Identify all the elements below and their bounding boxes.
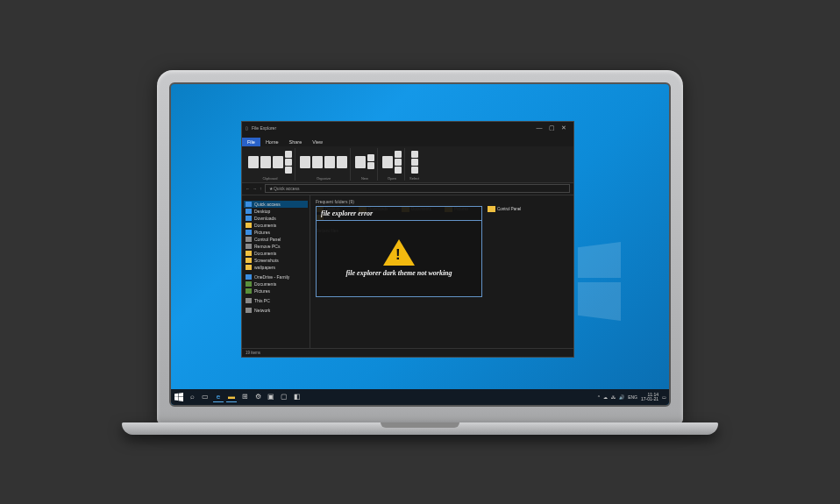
ribbon-group-label: Select [409, 176, 419, 181]
status-bar: 19 items [242, 348, 573, 357]
task-view-icon[interactable]: ▭ [200, 392, 210, 402]
tray-onedrive-icon[interactable]: ☁ [603, 394, 608, 400]
new-folder-icon[interactable] [355, 156, 366, 168]
sidebar-item-remove-pcs[interactable]: Remove PCs [244, 243, 308, 250]
copy-icon[interactable] [260, 156, 271, 168]
sidebar-network[interactable]: Network [244, 307, 308, 314]
settings-icon[interactable]: ⚙ [253, 392, 263, 402]
sidebar-item-documents-2[interactable]: Documents [244, 250, 308, 257]
app-icon-2[interactable]: ▢ [279, 392, 289, 402]
folder-icon: ▯ [246, 125, 248, 131]
minimize-button[interactable]: — [533, 124, 545, 131]
tab-share[interactable]: Share [284, 138, 308, 146]
tray-network-icon[interactable]: 🖧 [611, 394, 616, 400]
star-icon: ★ [269, 186, 273, 191]
search-icon[interactable]: ⌕ [187, 392, 197, 402]
rename-icon[interactable] [337, 156, 347, 168]
folder-item[interactable]: Control Panel [488, 206, 528, 212]
laptop-notch [381, 422, 459, 428]
window-title: File Explorer [252, 125, 533, 131]
sidebar-this-pc[interactable]: This PC [244, 297, 308, 304]
select-all-icon[interactable] [411, 151, 418, 158]
explorer-icon[interactable]: ▬ [226, 392, 237, 402]
sidebar-item-pictures[interactable]: Pictures [244, 229, 308, 236]
tray-volume-icon[interactable]: 🔊 [619, 394, 624, 400]
laptop-lid: ▯ File Explorer — ▢ ✕ File Home Share Vi… [157, 70, 683, 424]
sidebar-onedrive[interactable]: OneDrive - Family [244, 273, 308, 280]
navigation-pane[interactable]: Quick access Desktop Downloads Documents… [242, 195, 310, 348]
tray-notifications-icon[interactable]: ▭ [662, 394, 666, 400]
sidebar-quick-access[interactable]: Quick access [244, 201, 308, 208]
system-tray[interactable]: ^ ☁ 🖧 🔊 ENG 11:14 17-01-21 ▭ [598, 393, 666, 401]
sidebar-item-desktop[interactable]: Desktop [244, 208, 308, 215]
delete-icon[interactable] [324, 156, 335, 168]
copy-path-icon[interactable] [285, 159, 292, 166]
copy-to-icon[interactable] [312, 156, 323, 168]
file-explorer-window[interactable]: ▯ File Explorer — ▢ ✕ File Home Share Vi… [241, 121, 574, 358]
tray-clock[interactable]: 11:14 17-01-21 [641, 393, 658, 401]
item-count: 19 items [246, 351, 260, 355]
sidebar-item-od-documents[interactable]: Documents [244, 280, 308, 287]
forward-button[interactable]: → [253, 186, 257, 191]
explorer-body: Quick access Desktop Downloads Documents… [242, 195, 573, 348]
history-icon[interactable] [395, 167, 402, 174]
address-bar[interactable]: ★ Quick access [265, 184, 571, 193]
laptop-frame: ▯ File Explorer — ▢ ✕ File Home Share Vi… [157, 70, 683, 435]
tab-view[interactable]: View [307, 138, 328, 146]
properties-icon[interactable] [382, 156, 393, 168]
select-none-icon[interactable] [411, 159, 418, 166]
sidebar-item-od-pictures[interactable]: Pictures [244, 287, 308, 295]
cut-icon[interactable] [285, 151, 292, 158]
maximize-button[interactable]: ▢ [545, 124, 558, 131]
ribbon-group-label: Organize [317, 176, 331, 181]
sidebar-item-wallpapers[interactable]: wallpapers [244, 264, 308, 271]
error-dialog: file explorer error file explorer dark t… [316, 206, 482, 297]
ribbon-group-label: Clipboard [262, 176, 277, 181]
ribbon-group-clipboard: Clipboard [246, 148, 295, 181]
ribbon-group-organize: Organize [297, 148, 351, 181]
warning-icon [383, 239, 415, 266]
pin-icon[interactable] [248, 156, 259, 168]
error-body: file explorer dark theme not working [317, 221, 481, 296]
tab-home[interactable]: Home [260, 138, 284, 146]
paste-icon[interactable] [273, 156, 283, 168]
ribbon-tabs: File Home Share View [242, 134, 573, 146]
ribbon: Clipboard Organize [242, 146, 573, 183]
ribbon-group-open: Open [380, 148, 405, 181]
easy-access-icon[interactable] [367, 162, 374, 169]
start-button[interactable] [174, 392, 184, 402]
desktop-screen: ▯ File Explorer — ▢ ✕ File Home Share Vi… [169, 82, 671, 407]
tray-chevron-icon[interactable]: ^ [598, 394, 600, 400]
content-pane[interactable]: Frequent folders (9) Desktop Downloads D… [310, 195, 573, 348]
ribbon-group-select: Select [407, 148, 422, 181]
open-icon[interactable] [395, 151, 402, 158]
move-to-icon[interactable] [300, 156, 310, 168]
ribbon-group-label: Open [388, 176, 396, 181]
laptop-base [122, 422, 718, 435]
close-button[interactable]: ✕ [558, 124, 570, 131]
new-item-icon[interactable] [367, 154, 374, 161]
app-icon[interactable]: ▣ [266, 392, 276, 402]
tab-file[interactable]: File [242, 138, 260, 146]
back-button[interactable]: ← [246, 186, 250, 191]
ribbon-group-label: New [361, 176, 368, 181]
titlebar[interactable]: ▯ File Explorer — ▢ ✕ [242, 122, 573, 134]
sidebar-item-screenshots[interactable]: Screenshots [244, 257, 308, 264]
ribbon-group-new: New [352, 148, 378, 181]
sidebar-item-documents[interactable]: Documents [244, 222, 308, 229]
error-title: file explorer error [317, 207, 481, 221]
error-message: file explorer dark theme not working [345, 269, 452, 277]
app-icon-3[interactable]: ◧ [292, 392, 303, 402]
up-button[interactable]: ↑ [260, 186, 262, 191]
store-icon[interactable]: ⊞ [239, 392, 250, 402]
sidebar-item-downloads[interactable]: Downloads [244, 215, 308, 222]
invert-selection-icon[interactable] [411, 167, 418, 174]
taskbar[interactable]: ⌕ ▭ e ▬ ⊞ ⚙ ▣ ▢ ◧ ^ ☁ 🖧 🔊 ENG 11:14 [171, 389, 669, 405]
edit-icon[interactable] [395, 159, 402, 166]
address-bar-row: ← → ↑ ★ Quick access [242, 183, 573, 195]
edge-icon[interactable]: e [213, 392, 224, 402]
tray-language[interactable]: ENG [628, 394, 637, 400]
paste-shortcut-icon[interactable] [285, 167, 292, 174]
frequent-folders-label: Frequent folders (9) [316, 199, 568, 204]
sidebar-item-control-panel[interactable]: Control Panel [244, 236, 308, 243]
